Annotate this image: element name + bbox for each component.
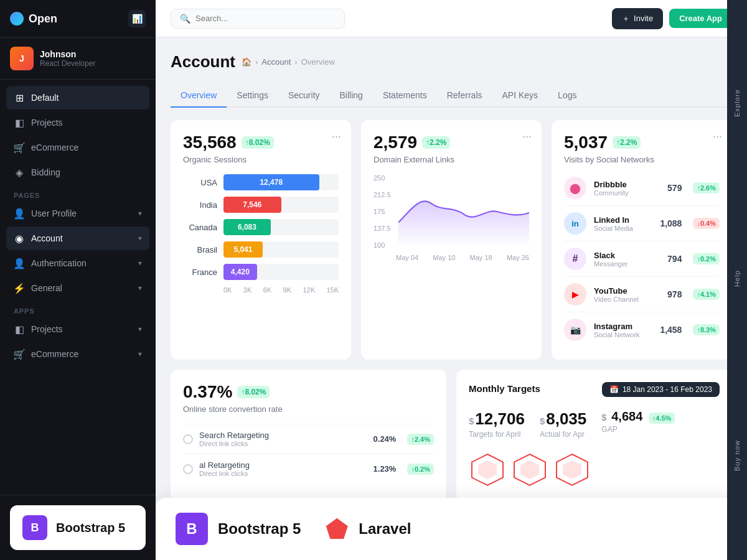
social-info: Dribbble Community xyxy=(594,180,660,197)
sidebar-item-bidding[interactable]: ◈ Bidding xyxy=(6,161,149,184)
bottom-row: ··· 0.37% ↑8.02% Online store convertion… xyxy=(171,370,732,501)
ret-name: Search Retargeting xyxy=(199,431,367,440)
sidebar-item-ecommerce[interactable]: 🛒 eCommerce xyxy=(6,136,149,159)
sidebar-item-general[interactable]: ⚡ General ▾ xyxy=(6,276,149,300)
svg-marker-1 xyxy=(478,460,497,479)
pages-section-label: PAGES xyxy=(6,185,149,202)
card-menu-icon[interactable]: ··· xyxy=(522,130,532,143)
laravel-label: Laravel xyxy=(359,520,411,538)
sidebar-user: J Johnson React Developer xyxy=(0,38,156,80)
social-row-youtube: ▶ YouTube Video Channel 978 ↑4.1% xyxy=(564,277,720,312)
buy-now-panel-item[interactable]: Buy now xyxy=(733,440,741,471)
tab-api-keys[interactable]: API Keys xyxy=(492,84,548,108)
tab-statements[interactable]: Statements xyxy=(373,84,437,108)
breadcrumb-sep: › xyxy=(294,57,297,67)
search-input[interactable] xyxy=(195,14,336,23)
create-app-button[interactable]: Create App xyxy=(669,9,732,28)
sidebar-item-projects-app[interactable]: ◧ Projects ▾ xyxy=(6,317,149,341)
sidebar-item-projects[interactable]: ◧ Projects xyxy=(6,111,149,134)
sidebar-item-user-profile[interactable]: 👤 User Profile ▾ xyxy=(6,202,149,225)
bar-fill: 5,041 xyxy=(223,241,263,258)
stats-row: ··· 35,568 ↑8.02% Organic Sessions USA 1… xyxy=(171,120,732,360)
social-sub: Social Network xyxy=(594,331,652,338)
sidebar-item-authentication[interactable]: 👤 Authentication ▾ xyxy=(6,251,149,275)
bar-label: USA xyxy=(183,178,217,187)
sidebar-item-default[interactable]: ⊞ Default xyxy=(6,86,149,110)
chart-x-labels: May 04May 10May 18May 26 xyxy=(374,254,529,261)
right-panel: Explore Help Buy now xyxy=(727,0,747,560)
topbar: 🔍 ＋ Invite Create App xyxy=(156,0,747,37)
social-row-dribbble: ⬤ Dribbble Community 579 ↑2.6% xyxy=(564,170,720,206)
bar-fill: 7,546 xyxy=(223,197,281,213)
card-menu-icon[interactable]: ··· xyxy=(332,130,341,143)
bar-chart: USA 12,478 India 7,546 Canada xyxy=(183,174,339,294)
sidebar-item-label: Default xyxy=(31,93,59,103)
footer-logo-area: B Bootstrap 5 xyxy=(10,505,146,550)
tab-logs[interactable]: Logs xyxy=(548,84,586,108)
invite-button[interactable]: ＋ Invite xyxy=(612,8,663,29)
date-range: 18 Jan 2023 - 16 Feb 2023 xyxy=(622,385,712,394)
user-name: Johnson xyxy=(40,49,95,59)
svg-marker-5 xyxy=(563,460,581,479)
social-name: YouTube xyxy=(594,286,660,296)
sidebar-item-label: Bidding xyxy=(31,167,60,177)
bar-row-canada: Canada 6,083 xyxy=(183,219,339,235)
account-icon: ◉ xyxy=(14,233,25,244)
sidebar-item-account[interactable]: ◉ Account ▾ xyxy=(6,226,149,250)
ret-info: al Retargeting Direct link clicks xyxy=(199,460,367,477)
page-content: Account 🏠 › Account › Overview Overview … xyxy=(156,37,747,560)
sidebar-footer: B Bootstrap 5 xyxy=(0,495,156,560)
social-sub: Messanger xyxy=(594,260,660,268)
breadcrumb-account[interactable]: Account xyxy=(261,57,291,67)
stat-card-links: ··· 2,579 ↑2.2% Domain External Links 25… xyxy=(361,120,542,360)
footer-item-bootstrap: B Bootstrap 5 xyxy=(176,513,301,545)
social-info: Slack Messanger xyxy=(594,251,660,268)
line-chart-area: 250212.5175137.5100 xyxy=(374,174,529,261)
search-box[interactable]: 🔍 xyxy=(171,9,345,29)
stat-value: 5,037 xyxy=(564,133,608,152)
stat-value: 2,579 xyxy=(374,133,417,152)
bar-row-india: India 7,546 xyxy=(183,197,339,213)
bar-fill: 4,420 xyxy=(223,264,257,280)
stat-badge: ↑2.2% xyxy=(422,136,450,149)
general-icon: ⚡ xyxy=(14,282,25,294)
grid-icon: ⊞ xyxy=(14,92,25,103)
conversion-badge: ↑8.02% xyxy=(237,386,270,398)
help-panel-item[interactable]: Help xyxy=(733,270,741,287)
ret-sub: Direct link clicks xyxy=(199,440,367,447)
tab-overview[interactable]: Overview xyxy=(171,84,227,108)
plus-icon: ＋ xyxy=(622,13,630,24)
sidebar-nav: ⊞ Default ◧ Projects 🛒 eCommerce ◈ Biddi… xyxy=(0,80,156,495)
dribbble-icon: ⬤ xyxy=(564,177,586,199)
ecommerce-icon: 🛒 xyxy=(14,142,25,153)
sidebar-item-ecommerce-app[interactable]: 🛒 eCommerce ▾ xyxy=(6,342,149,366)
bar-row-france: France 4,420 xyxy=(183,264,339,280)
targets-numbers: $12,706 Targets for April $8,035 Actual … xyxy=(469,409,720,439)
ret-pct: 0.24% xyxy=(374,434,397,444)
tab-security[interactable]: Security xyxy=(278,84,330,108)
home-icon: 🏠 xyxy=(242,57,251,67)
hex-chart xyxy=(469,451,720,488)
tab-settings[interactable]: Settings xyxy=(227,84,278,108)
date-badge: 📅 18 Jan 2023 - 16 Feb 2023 xyxy=(602,382,720,397)
chart-icon[interactable]: 📊 xyxy=(128,10,146,27)
social-row-instagram: 📷 Instagram Social Network 1,458 ↑8.3% xyxy=(564,312,720,347)
conversion-card: ··· 0.37% ↑8.02% Online store convertion… xyxy=(171,370,446,501)
targets-for-april-label: Targets for April xyxy=(469,430,525,439)
bar-container: 12,478 xyxy=(223,174,339,190)
social-info: Linked In Social Media xyxy=(594,215,652,232)
ret-name: al Retargeting xyxy=(199,460,367,470)
social-value: 579 xyxy=(667,183,682,193)
targets-value: 12,706 xyxy=(475,409,525,428)
explore-panel-item[interactable]: Explore xyxy=(733,89,741,117)
chevron-down-icon: ▾ xyxy=(138,325,142,334)
avatar: J xyxy=(10,47,34,70)
card-menu-icon[interactable]: ··· xyxy=(713,130,722,143)
tab-billing[interactable]: Billing xyxy=(330,84,373,108)
stat-label: Organic Sessions xyxy=(183,155,339,164)
auth-icon: 👤 xyxy=(14,258,25,269)
tab-referrals[interactable]: Referrals xyxy=(437,84,492,108)
bar-row-brasil: Brasil 5,041 xyxy=(183,241,339,258)
social-info: Instagram Social Network xyxy=(594,322,652,338)
chevron-down-icon: ▾ xyxy=(138,234,142,243)
